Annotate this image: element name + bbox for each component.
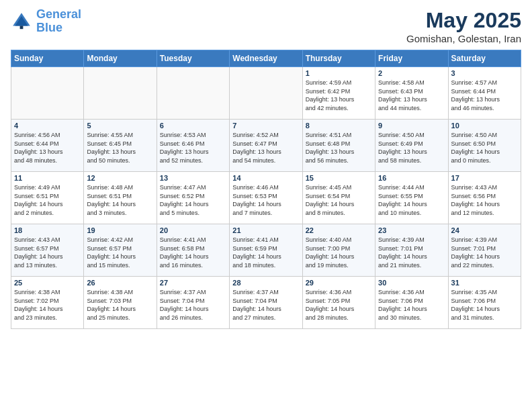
day-number: 6 [160, 122, 226, 130]
svg-rect-2 [20, 26, 24, 29]
day-info: Sunrise: 4:37 AM Sunset: 7:04 PM Dayligh… [160, 288, 226, 322]
day-number: 13 [160, 174, 226, 182]
day-number: 26 [87, 279, 153, 287]
calendar-cell: 16Sunrise: 4:44 AM Sunset: 6:55 PM Dayli… [375, 172, 448, 224]
calendar-cell: 18Sunrise: 4:43 AM Sunset: 6:57 PM Dayli… [11, 224, 84, 277]
calendar-cell: 1Sunrise: 4:59 AM Sunset: 6:42 PM Daylig… [302, 67, 375, 120]
main-title: May 2025 [406, 8, 521, 33]
day-info: Sunrise: 4:46 AM Sunset: 6:53 PM Dayligh… [232, 183, 299, 217]
day-number: 31 [451, 279, 518, 287]
subtitle: Gomishan, Golestan, Iran [406, 33, 521, 44]
calendar-cell: 14Sunrise: 4:46 AM Sunset: 6:53 PM Dayli… [230, 172, 302, 224]
day-number: 18 [14, 226, 81, 234]
calendar-cell [84, 67, 157, 120]
day-number: 16 [378, 174, 445, 182]
day-info: Sunrise: 4:40 AM Sunset: 7:00 PM Dayligh… [306, 236, 372, 269]
day-number: 5 [87, 122, 153, 130]
day-info: Sunrise: 4:43 AM Sunset: 6:56 PM Dayligh… [451, 183, 518, 217]
calendar-week-row: 11Sunrise: 4:49 AM Sunset: 6:51 PM Dayli… [11, 172, 521, 224]
day-number: 12 [87, 174, 153, 182]
day-info: Sunrise: 4:59 AM Sunset: 6:42 PM Dayligh… [306, 79, 372, 112]
logo-general: General [36, 7, 81, 21]
calendar-cell: 4Sunrise: 4:56 AM Sunset: 6:44 PM Daylig… [11, 120, 84, 172]
day-number: 21 [232, 226, 299, 234]
calendar-week-row: 4Sunrise: 4:56 AM Sunset: 6:44 PM Daylig… [11, 120, 521, 172]
calendar-cell: 3Sunrise: 4:57 AM Sunset: 6:44 PM Daylig… [448, 67, 521, 120]
logo-text: General Blue [36, 8, 81, 35]
logo-icon [11, 11, 32, 32]
calendar-cell [230, 67, 302, 120]
day-info: Sunrise: 4:38 AM Sunset: 7:02 PM Dayligh… [14, 288, 81, 322]
calendar-cell: 20Sunrise: 4:41 AM Sunset: 6:58 PM Dayli… [157, 224, 229, 277]
day-number: 7 [232, 122, 299, 130]
day-number: 2 [378, 69, 445, 77]
day-info: Sunrise: 4:42 AM Sunset: 6:57 PM Dayligh… [87, 236, 153, 269]
day-number: 22 [306, 226, 372, 234]
day-info: Sunrise: 4:39 AM Sunset: 7:01 PM Dayligh… [378, 236, 445, 269]
calendar-cell: 30Sunrise: 4:36 AM Sunset: 7:06 PM Dayli… [375, 277, 448, 329]
weekday-header: Wednesday [230, 50, 302, 67]
calendar-cell: 2Sunrise: 4:58 AM Sunset: 6:43 PM Daylig… [375, 67, 448, 120]
day-info: Sunrise: 4:36 AM Sunset: 7:05 PM Dayligh… [306, 288, 372, 322]
day-number: 8 [306, 122, 372, 130]
calendar-cell: 22Sunrise: 4:40 AM Sunset: 7:00 PM Dayli… [302, 224, 375, 277]
calendar-cell: 9Sunrise: 4:50 AM Sunset: 6:49 PM Daylig… [375, 120, 448, 172]
weekday-header: Thursday [302, 50, 375, 67]
calendar-cell: 25Sunrise: 4:38 AM Sunset: 7:02 PM Dayli… [11, 277, 84, 329]
day-info: Sunrise: 4:51 AM Sunset: 6:48 PM Dayligh… [306, 131, 372, 165]
weekday-header: Monday [84, 50, 157, 67]
day-number: 19 [87, 226, 153, 234]
calendar-cell: 6Sunrise: 4:53 AM Sunset: 6:46 PM Daylig… [157, 120, 229, 172]
day-info: Sunrise: 4:35 AM Sunset: 7:06 PM Dayligh… [451, 288, 518, 322]
day-info: Sunrise: 4:49 AM Sunset: 6:51 PM Dayligh… [14, 183, 81, 217]
calendar-week-row: 18Sunrise: 4:43 AM Sunset: 6:57 PM Dayli… [11, 224, 521, 277]
logo-blue: Blue [36, 21, 81, 35]
day-number: 27 [160, 279, 226, 287]
day-info: Sunrise: 4:39 AM Sunset: 7:01 PM Dayligh… [451, 236, 518, 269]
calendar-cell: 10Sunrise: 4:50 AM Sunset: 6:50 PM Dayli… [448, 120, 521, 172]
day-number: 28 [232, 279, 299, 287]
calendar-cell: 11Sunrise: 4:49 AM Sunset: 6:51 PM Dayli… [11, 172, 84, 224]
day-info: Sunrise: 4:48 AM Sunset: 6:51 PM Dayligh… [87, 183, 153, 217]
day-info: Sunrise: 4:44 AM Sunset: 6:55 PM Dayligh… [378, 183, 445, 217]
weekday-header: Sunday [11, 50, 84, 67]
calendar-cell [157, 67, 229, 120]
title-block: May 2025 Gomishan, Golestan, Iran [406, 8, 521, 44]
calendar-cell: 23Sunrise: 4:39 AM Sunset: 7:01 PM Dayli… [375, 224, 448, 277]
logo: General Blue [11, 8, 81, 35]
calendar-cell: 24Sunrise: 4:39 AM Sunset: 7:01 PM Dayli… [448, 224, 521, 277]
day-info: Sunrise: 4:37 AM Sunset: 7:04 PM Dayligh… [232, 288, 299, 322]
day-info: Sunrise: 4:41 AM Sunset: 6:58 PM Dayligh… [160, 236, 226, 269]
calendar-week-row: 1Sunrise: 4:59 AM Sunset: 6:42 PM Daylig… [11, 67, 521, 120]
calendar-cell: 15Sunrise: 4:45 AM Sunset: 6:54 PM Dayli… [302, 172, 375, 224]
day-number: 29 [306, 279, 372, 287]
day-number: 25 [14, 279, 81, 287]
day-info: Sunrise: 4:41 AM Sunset: 6:59 PM Dayligh… [232, 236, 299, 269]
day-info: Sunrise: 4:58 AM Sunset: 6:43 PM Dayligh… [378, 79, 445, 112]
day-info: Sunrise: 4:55 AM Sunset: 6:45 PM Dayligh… [87, 131, 153, 165]
day-info: Sunrise: 4:43 AM Sunset: 6:57 PM Dayligh… [14, 236, 81, 269]
day-info: Sunrise: 4:53 AM Sunset: 6:46 PM Dayligh… [160, 131, 226, 165]
calendar-cell: 26Sunrise: 4:38 AM Sunset: 7:03 PM Dayli… [84, 277, 157, 329]
day-number: 30 [378, 279, 445, 287]
day-info: Sunrise: 4:56 AM Sunset: 6:44 PM Dayligh… [14, 131, 81, 165]
day-number: 9 [378, 122, 445, 130]
day-number: 1 [306, 69, 372, 77]
calendar-header-row: SundayMondayTuesdayWednesdayThursdayFrid… [11, 50, 521, 67]
calendar-cell: 7Sunrise: 4:52 AM Sunset: 6:47 PM Daylig… [230, 120, 302, 172]
calendar-cell: 19Sunrise: 4:42 AM Sunset: 6:57 PM Dayli… [84, 224, 157, 277]
calendar-cell: 29Sunrise: 4:36 AM Sunset: 7:05 PM Dayli… [302, 277, 375, 329]
calendar-cell [11, 67, 84, 120]
day-number: 17 [451, 174, 518, 182]
calendar-cell: 17Sunrise: 4:43 AM Sunset: 6:56 PM Dayli… [448, 172, 521, 224]
calendar-cell: 5Sunrise: 4:55 AM Sunset: 6:45 PM Daylig… [84, 120, 157, 172]
day-info: Sunrise: 4:36 AM Sunset: 7:06 PM Dayligh… [378, 288, 445, 322]
calendar-cell: 28Sunrise: 4:37 AM Sunset: 7:04 PM Dayli… [230, 277, 302, 329]
day-info: Sunrise: 4:38 AM Sunset: 7:03 PM Dayligh… [87, 288, 153, 322]
calendar-cell: 27Sunrise: 4:37 AM Sunset: 7:04 PM Dayli… [157, 277, 229, 329]
calendar-cell: 21Sunrise: 4:41 AM Sunset: 6:59 PM Dayli… [230, 224, 302, 277]
calendar-cell: 12Sunrise: 4:48 AM Sunset: 6:51 PM Dayli… [84, 172, 157, 224]
day-number: 11 [14, 174, 81, 182]
day-number: 23 [378, 226, 445, 234]
day-info: Sunrise: 4:50 AM Sunset: 6:49 PM Dayligh… [378, 131, 445, 165]
